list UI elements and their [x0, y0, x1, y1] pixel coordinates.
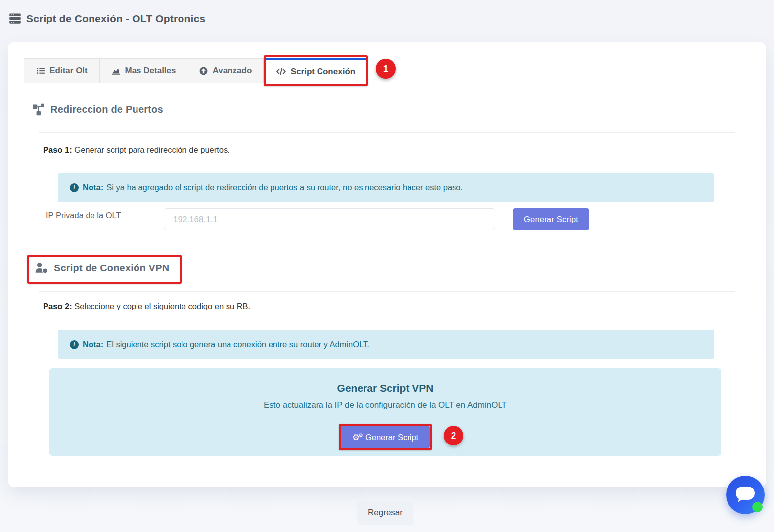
- tab-script-conexion[interactable]: Script Conexión: [264, 58, 368, 83]
- vpn-panel-subtitle: Esto actualizara la IP de la configuraci…: [49, 400, 721, 410]
- note-port-redirect: i Nota: Si ya ha agregado el script de r…: [58, 173, 714, 202]
- info-icon: i: [70, 340, 79, 349]
- server-icon: [8, 12, 22, 25]
- generate-script-button[interactable]: Generar Script: [513, 208, 589, 230]
- annotation-badge-1: 1: [376, 59, 396, 79]
- tab-label: Avanzado: [213, 66, 252, 76]
- tab-editar-olt[interactable]: Editar Olt: [24, 58, 100, 83]
- section-port-redirect-header: Redireccion de Puertos: [32, 103, 163, 116]
- tab-label: Script Conexión: [291, 67, 355, 77]
- divider: [39, 291, 735, 292]
- annotation-badge-2: 2: [444, 426, 463, 445]
- step-2-text: Paso 2: Seleccione y copie el siguiente …: [43, 302, 250, 311]
- code-icon: [276, 67, 286, 76]
- main-card: Editar Olt Mas Detalles Avanzado Script …: [8, 42, 766, 487]
- note-text: El siguiente script solo genera una cone…: [106, 340, 369, 349]
- section-title: Script de Conexión VPN: [54, 263, 169, 274]
- network-diagram-icon: [32, 103, 45, 116]
- note-label: Nota:: [83, 340, 103, 349]
- divider: [39, 132, 735, 133]
- section-vpn-header: Script de Conexión VPN: [35, 262, 169, 274]
- ip-input[interactable]: [164, 208, 495, 230]
- chart-area-icon: [111, 66, 121, 76]
- ip-field-label: IP Privada de la OLT: [46, 211, 121, 220]
- note-text: Si ya ha agregado el script de redirecci…: [106, 183, 463, 192]
- cogs-icon: ⚙⚙: [352, 433, 362, 442]
- step-2-label: Paso 2:: [43, 302, 72, 310]
- page-title: Script de Conexión - OLT Optronics: [26, 13, 205, 25]
- info-icon: i: [70, 183, 79, 192]
- vpn-panel-title: Generar Script VPN: [49, 382, 721, 394]
- step-1-text: Paso 1: Generar script para redirección …: [43, 145, 230, 155]
- generate-vpn-script-button[interactable]: ⚙⚙ Generar Script: [341, 426, 430, 448]
- user-shield-icon: [35, 262, 48, 274]
- note-label: Nota:: [83, 183, 103, 192]
- chat-bubble-icon: [736, 487, 755, 500]
- online-status-dot: [752, 502, 763, 512]
- step-1-label: Paso 1:: [43, 145, 72, 154]
- chat-widget-button[interactable]: [726, 476, 765, 514]
- arrow-circle-up-icon: [199, 66, 208, 76]
- list-icon: [36, 66, 45, 75]
- vpn-generate-panel: Generar Script VPN Esto actualizara la I…: [49, 368, 721, 456]
- tab-avanzado[interactable]: Avanzado: [187, 58, 264, 83]
- page-header: Script de Conexión - OLT Optronics: [8, 12, 205, 25]
- tab-label: Editar Olt: [49, 66, 88, 76]
- back-button[interactable]: Regresar: [357, 501, 413, 525]
- note-vpn: i Nota: El siguiente script solo genera …: [58, 330, 714, 359]
- section-title: Redireccion de Puertos: [50, 104, 163, 115]
- tab-mas-detalles[interactable]: Mas Detalles: [100, 58, 187, 83]
- tab-label: Mas Detalles: [125, 66, 176, 76]
